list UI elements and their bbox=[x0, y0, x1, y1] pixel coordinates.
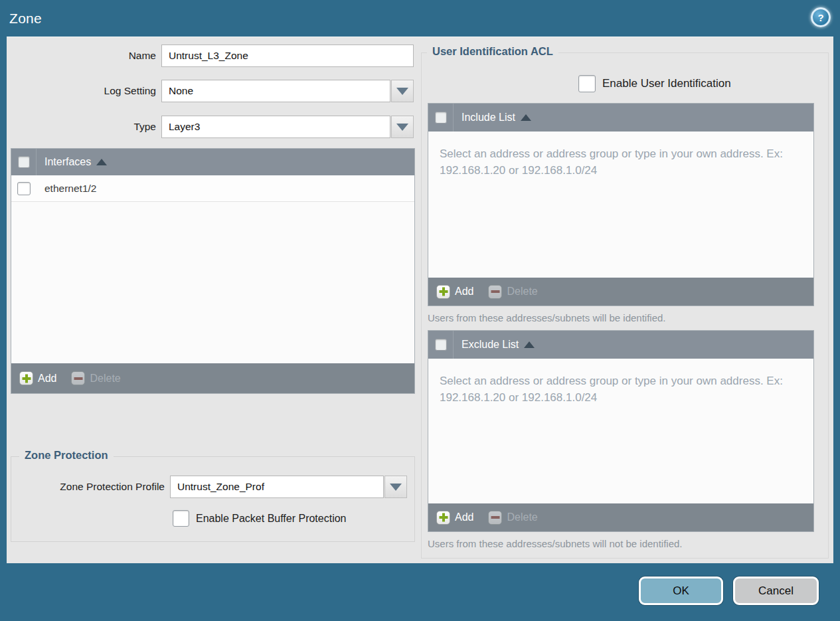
delete-icon bbox=[71, 371, 85, 385]
help-icon[interactable]: ? bbox=[811, 7, 831, 27]
chevron-down-icon bbox=[390, 484, 402, 491]
exclude-list-toolbar: Add Delete bbox=[428, 503, 813, 531]
interface-row[interactable]: ethernet1/2 bbox=[11, 175, 414, 202]
help-glyph: ? bbox=[817, 12, 823, 23]
chevron-down-icon bbox=[396, 88, 408, 95]
include-list-toolbar: Add Delete bbox=[428, 278, 813, 306]
exclude-list-column-header[interactable]: Exclude List bbox=[462, 339, 519, 351]
type-label: Type bbox=[20, 116, 156, 138]
interface-row-checkbox[interactable] bbox=[17, 182, 31, 195]
exclude-list-placeholder: Select an address or address group or ty… bbox=[440, 373, 794, 406]
cancel-button[interactable]: Cancel bbox=[733, 577, 819, 605]
exclude-list-body[interactable]: Select an address or address group or ty… bbox=[428, 359, 813, 503]
zone-protection-profile-label: Zone Protection Profile bbox=[18, 476, 165, 498]
include-list-body[interactable]: Select an address or address group or ty… bbox=[428, 132, 813, 278]
enable-user-identification-checkbox[interactable] bbox=[578, 75, 596, 92]
enable-user-identification-label: Enable User Identification bbox=[602, 75, 731, 92]
exclude-list-grid: Exclude List Select an address or addres… bbox=[428, 330, 814, 532]
zone-protection-fieldset: Zone Protection Zone Protection Profile … bbox=[11, 456, 415, 542]
dialog-body: Name Untrust_L3_Zone Log Setting None Ty… bbox=[7, 37, 833, 563]
log-setting-dropdown-button[interactable] bbox=[391, 80, 414, 102]
interfaces-delete-button[interactable]: Delete bbox=[71, 371, 120, 385]
exclude-list-delete-button[interactable]: Delete bbox=[488, 511, 537, 525]
interface-row-label: ethernet1/2 bbox=[37, 183, 96, 195]
include-list-add-button[interactable]: Add bbox=[436, 285, 473, 299]
exclude-list-caption: Users from these addresses/subnets will … bbox=[428, 538, 683, 549]
dialog-title: Zone bbox=[9, 11, 42, 27]
exclude-list-header: Exclude List bbox=[428, 331, 813, 359]
exclude-list-add-button[interactable]: Add bbox=[436, 511, 473, 525]
add-icon bbox=[19, 371, 33, 385]
packet-buffer-protection-label: Enable Packet Buffer Protection bbox=[196, 510, 347, 527]
name-label: Name bbox=[20, 44, 156, 67]
log-setting-select[interactable]: None bbox=[161, 80, 390, 102]
interfaces-select-all-checkbox[interactable] bbox=[18, 156, 30, 168]
packet-buffer-protection-checkbox[interactable] bbox=[173, 510, 189, 527]
delete-icon bbox=[488, 511, 502, 525]
add-icon bbox=[436, 285, 450, 299]
exclude-list-select-all-checkbox[interactable] bbox=[435, 339, 447, 351]
type-dropdown-button[interactable] bbox=[391, 116, 414, 138]
interfaces-grid-body: ethernet1/2 bbox=[11, 175, 414, 363]
type-select[interactable]: Layer3 bbox=[161, 116, 390, 138]
interfaces-grid-header: Interfaces bbox=[11, 149, 414, 175]
include-list-select-all-checkbox[interactable] bbox=[435, 112, 447, 124]
ok-button[interactable]: OK bbox=[639, 577, 723, 605]
name-input[interactable]: Untrust_L3_Zone bbox=[161, 44, 414, 67]
include-list-column-header[interactable]: Include List bbox=[462, 112, 515, 124]
log-setting-label: Log Setting bbox=[20, 80, 156, 102]
interfaces-toolbar: Add Delete bbox=[11, 363, 414, 393]
sort-ascending-icon[interactable] bbox=[521, 114, 531, 121]
sort-ascending-icon[interactable] bbox=[96, 159, 107, 165]
zone-protection-profile-select[interactable]: Untrust_Zone_Prof bbox=[170, 476, 384, 498]
interfaces-column-header[interactable]: Interfaces bbox=[44, 156, 91, 168]
delete-icon bbox=[488, 285, 502, 299]
user-identification-acl-legend: User Identification ACL bbox=[427, 45, 558, 58]
interfaces-add-button[interactable]: Add bbox=[19, 371, 56, 385]
zone-protection-profile-dropdown-button[interactable] bbox=[384, 476, 407, 498]
include-list-header: Include List bbox=[428, 104, 813, 132]
zone-protection-legend: Zone Protection bbox=[19, 449, 114, 462]
add-icon bbox=[436, 511, 450, 525]
include-list-placeholder: Select an address or address group or ty… bbox=[440, 146, 794, 179]
include-list-delete-button[interactable]: Delete bbox=[488, 285, 537, 299]
zone-dialog: Zone ? Name Untrust_L3_Zone Log Setting … bbox=[0, 0, 840, 621]
chevron-down-icon bbox=[396, 124, 408, 131]
user-identification-acl-fieldset: User Identification ACL Enable User Iden… bbox=[421, 52, 829, 559]
interfaces-grid: Interfaces ethernet1/2 Add Delete bbox=[11, 148, 415, 394]
include-list-grid: Include List Select an address or addres… bbox=[428, 103, 814, 306]
include-list-caption: Users from these addresses/subnets will … bbox=[428, 312, 666, 323]
sort-ascending-icon[interactable] bbox=[524, 341, 535, 348]
